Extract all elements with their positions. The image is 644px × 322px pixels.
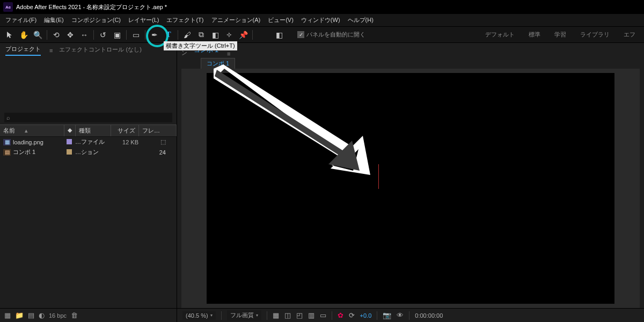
zoom-tool-icon[interactable]: 🔍 <box>31 28 44 41</box>
composition-canvas[interactable] <box>207 73 614 304</box>
eraser-tool-icon[interactable]: ◧ <box>209 28 222 41</box>
adjust-icon[interactable]: ◐ <box>39 311 45 319</box>
snapshot-icon[interactable]: 📷 <box>383 311 391 319</box>
col-name[interactable]: 名前 <box>3 127 15 135</box>
label-swatch[interactable] <box>67 149 72 155</box>
viewer-footer: (40.5 %)▾ フル画質▾ ▦ ◫ ◰ ▥ ▭ ✿ ⟳ +0.0 📷 👁 0… <box>177 308 644 322</box>
orbit-tool-icon[interactable]: ⟲ <box>50 28 63 41</box>
menu-help[interactable]: ヘルプ(H) <box>345 14 377 26</box>
text-cursor <box>378 164 379 189</box>
mask-icon[interactable]: ◫ <box>284 311 291 319</box>
titlebar: Ae Adobe After Effects 2021 - 名称未設定プロジェク… <box>0 0 644 14</box>
menu-window[interactable]: ウィンドウ(W) <box>298 14 343 26</box>
guides-icon[interactable]: ▭ <box>320 311 326 319</box>
new-comp-icon[interactable]: ▤ <box>28 311 34 319</box>
project-panel: プロジェクト ≡ エフェクトコントロール (なし) ⌕ 名前▴ ◆ 種類 サイズ… <box>0 43 177 322</box>
auto-open-label: パネルを自動的に開く <box>306 31 365 39</box>
workspace-library[interactable]: ライブラリ <box>575 28 615 41</box>
project-footer: ▦ 📁 ▤ ◐ 16 bpc 🗑 <box>0 308 177 322</box>
workspace-default[interactable]: デフォルト <box>480 28 520 41</box>
zoom-dropdown[interactable]: (40.5 %)▾ <box>182 311 216 320</box>
composition-panel: ン コンポ 1 ≡ コンポ 1 (40.5 %)▾ フル画質▾ ▦ ◫ ◰ ▥ … <box>177 43 644 322</box>
selection-tool-icon[interactable] <box>3 28 16 41</box>
shape-tool-icon[interactable]: ▭ <box>129 28 142 41</box>
hand-tool-icon[interactable]: ✋ <box>17 28 30 41</box>
timecode[interactable]: 0:00:00:00 <box>415 312 443 319</box>
app-icon: Ae <box>3 2 13 12</box>
bpc-label[interactable]: 16 bpc <box>49 312 67 319</box>
roi-icon[interactable]: ◰ <box>296 311 303 319</box>
menu-file[interactable]: ファイル(F) <box>2 14 40 26</box>
interpret-icon[interactable]: ▦ <box>4 311 11 319</box>
col-framerate[interactable]: フレ… <box>139 125 177 136</box>
window-title: Adobe After Effects 2021 - 名称未設定プロジェクト.a… <box>16 3 167 11</box>
toolbar: ✋ 🔍 ⟲ ✥ ↔ ↺ ▣ ▭ ✒ T 🖌 ⧉ ◧ ✧ 📌 ◧ ✓ パネルを自動… <box>0 27 644 43</box>
item-size: 12 KB <box>111 139 138 145</box>
composition-viewer[interactable] <box>181 69 640 308</box>
menu-animation[interactable]: アニメーション(A) <box>208 14 264 26</box>
search-input[interactable] <box>4 113 172 122</box>
item-name: コンポ 1 <box>13 148 67 156</box>
checkbox-icon[interactable]: ✓ <box>297 31 304 38</box>
tab-project[interactable]: プロジェクト <box>5 45 41 56</box>
item-type: …ファイル <box>75 138 111 146</box>
menu-edit[interactable]: 編集(E) <box>41 14 67 26</box>
list-item[interactable]: ▤ コンポ 1 …ション 24 <box>0 147 177 157</box>
rotation-tool-icon[interactable]: ↺ <box>97 28 109 41</box>
comp-panel-menu-icon[interactable]: ≡ <box>227 50 230 57</box>
trash-icon[interactable]: 🗑 <box>71 311 78 319</box>
anchor-tool-icon[interactable]: ▣ <box>111 28 123 41</box>
menu-layer[interactable]: レイヤー(L) <box>125 14 162 26</box>
pan-tool-icon[interactable]: ✥ <box>64 28 77 41</box>
quality-dropdown[interactable]: フル画質▾ <box>227 310 261 320</box>
menu-view[interactable]: ビュー(V) <box>265 14 297 26</box>
panel-menu-icon[interactable]: ≡ <box>49 47 53 54</box>
workspace-standard[interactable]: 標準 <box>523 28 546 41</box>
transparency-grid-icon[interactable]: ▦ <box>273 311 279 319</box>
pen-tool-icon[interactable]: ✒ <box>148 28 161 41</box>
item-fr: ⬚ <box>138 138 173 145</box>
image-file-icon: ▦ <box>3 139 11 145</box>
dolly-tool-icon[interactable]: ↔ <box>78 28 91 41</box>
col-type[interactable]: 種類 <box>76 125 111 136</box>
type-tool-icon[interactable]: T <box>162 28 175 41</box>
tab-effect-controls[interactable]: エフェクトコントロール (なし) <box>59 46 141 55</box>
menubar: ファイル(F) 編集(E) コンポジション(C) レイヤー(L) エフェクト(T… <box>0 14 644 27</box>
label-swatch[interactable] <box>67 139 72 144</box>
inner-comp-tab[interactable]: コンポ 1 <box>201 58 235 69</box>
channel-icon[interactable]: ✿ <box>338 311 343 319</box>
col-size[interactable]: サイズ <box>111 125 139 136</box>
tooltip: 横書き文字ツール (Ctrl+T) <box>164 41 237 50</box>
menu-effect[interactable]: エフェクト(T) <box>163 14 207 26</box>
list-item[interactable]: ▦ loading.png …ファイル 12 KB ⬚ <box>0 137 177 147</box>
workspace-tabs: デフォルト 標準 学習 ライブラリ エフ <box>480 28 641 41</box>
puppet-tool-icon[interactable]: 📌 <box>237 28 250 41</box>
search-icon: ⌕ <box>6 114 10 121</box>
item-type: …ション <box>75 148 111 156</box>
show-snapshot-icon[interactable]: 👁 <box>397 311 404 319</box>
workspace-learn[interactable]: 学習 <box>549 28 572 41</box>
reset-exposure-icon[interactable]: ⟳ <box>349 311 355 319</box>
brush-tool-icon[interactable]: 🖌 <box>181 28 194 41</box>
clone-tool-icon[interactable]: ⧉ <box>195 28 208 41</box>
folder-icon[interactable]: 📁 <box>15 311 24 319</box>
col-tag[interactable]: ◆ <box>64 125 76 136</box>
item-name: loading.png <box>13 139 67 145</box>
snap-icon[interactable]: ◧ <box>273 28 286 41</box>
auto-open-panel[interactable]: ✓ パネルを自動的に開く <box>297 31 365 39</box>
menu-composition[interactable]: コンポジション(C) <box>68 14 124 26</box>
list-header: 名前▴ ◆ 種類 サイズ フレ… <box>0 125 177 137</box>
exposure-value[interactable]: +0.0 <box>360 312 372 319</box>
item-fr: 24 <box>138 149 173 156</box>
composition-icon: ▤ <box>3 149 11 156</box>
workspace-effects[interactable]: エフ <box>618 28 641 41</box>
roto-tool-icon[interactable]: ✧ <box>223 28 236 41</box>
grid-icon[interactable]: ▥ <box>308 311 314 319</box>
